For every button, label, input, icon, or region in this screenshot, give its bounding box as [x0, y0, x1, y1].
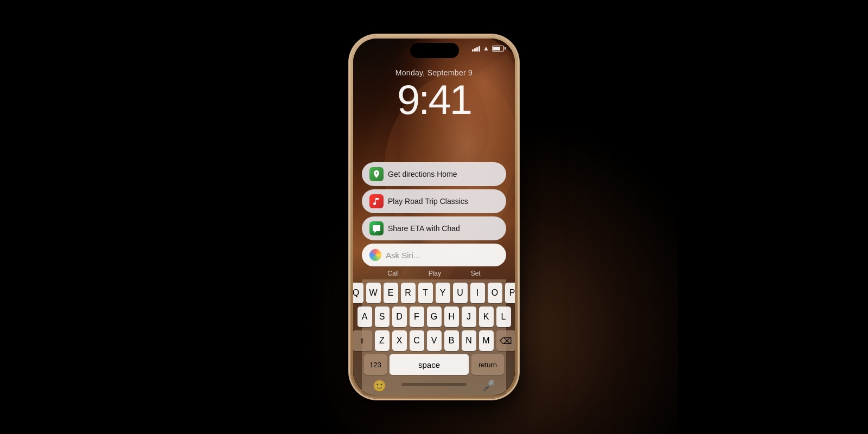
siri-placeholder: Ask Siri... — [386, 251, 499, 260]
status-bar: ▲ — [353, 39, 515, 66]
key-b[interactable]: B — [444, 330, 459, 351]
iphone-frame: ▲ Monday, September 9 9:41 — [350, 35, 518, 399]
suggestion-messages-text: Share ETA with Chad — [388, 224, 460, 233]
key-r[interactable]: R — [401, 283, 416, 303]
shortcut-labels: Call Play Set — [362, 269, 506, 279]
battery-icon — [492, 46, 504, 52]
emoji-mic-row: 🙂 🎤 — [364, 377, 504, 395]
emoji-button[interactable]: 🙂 — [373, 379, 386, 392]
key-y[interactable]: Y — [436, 283, 450, 303]
siri-area: Get directions Home Play Road Trip Class… — [353, 156, 515, 395]
wifi-icon: ▲ — [483, 45, 489, 52]
status-right: ▲ — [472, 45, 504, 52]
keyboard-row-1: Q W E R T Y U I O P — [364, 283, 504, 303]
lock-content: Monday, September 9 9:41 — [353, 68, 515, 120]
siri-input-bar[interactable]: Ask Siri... — [362, 244, 506, 266]
microphone-button[interactable]: 🎤 — [482, 379, 495, 392]
key-v[interactable]: V — [427, 330, 442, 351]
signal-bar-3 — [476, 47, 478, 52]
music-icon — [369, 194, 384, 208]
siri-orb-icon — [369, 249, 381, 261]
key-w[interactable]: W — [366, 283, 381, 303]
key-e[interactable]: E — [384, 283, 398, 303]
suggestion-messages[interactable]: Share ETA with Chad — [362, 216, 506, 240]
key-o[interactable]: O — [488, 283, 502, 303]
key-g[interactable]: G — [427, 307, 442, 327]
key-t[interactable]: T — [418, 283, 433, 303]
space-key[interactable]: space — [390, 354, 469, 375]
dynamic-island — [410, 43, 459, 58]
key-z[interactable]: Z — [375, 330, 390, 351]
key-f[interactable]: F — [410, 307, 424, 327]
lock-date: Monday, September 9 — [353, 68, 515, 77]
signal-bar-4 — [478, 46, 480, 52]
suggestion-directions-text: Get directions Home — [388, 170, 457, 178]
key-p[interactable]: P — [505, 283, 515, 303]
signal-bar-1 — [472, 49, 474, 52]
key-a[interactable]: A — [358, 307, 372, 327]
suggestion-music[interactable]: Play Road Trip Classics — [362, 189, 506, 213]
signal-icon — [472, 45, 480, 52]
keyboard-row-2: A S D F G H J K L — [364, 307, 504, 327]
shortcut-set: Set — [471, 270, 481, 277]
keyboard: Q W E R T Y U I O P A S — [362, 279, 506, 395]
delete-key[interactable]: ⌫ — [496, 330, 515, 351]
screen: ▲ Monday, September 9 9:41 — [353, 39, 515, 395]
key-d[interactable]: D — [392, 307, 407, 327]
shift-key[interactable]: ⇧ — [353, 330, 372, 351]
key-x[interactable]: X — [392, 330, 407, 351]
suggestion-directions[interactable]: Get directions Home — [362, 162, 506, 186]
signal-bar-2 — [474, 48, 476, 52]
key-j[interactable]: J — [462, 307, 476, 327]
key-u[interactable]: U — [453, 283, 468, 303]
maps-icon — [369, 167, 384, 181]
keyboard-row-3: ⇧ Z X C V B N M ⌫ — [364, 330, 504, 351]
key-s[interactable]: S — [375, 307, 390, 327]
key-l[interactable]: L — [496, 307, 511, 327]
key-c[interactable]: C — [410, 330, 424, 351]
key-h[interactable]: H — [444, 307, 459, 327]
scene: ▲ Monday, September 9 9:41 — [0, 0, 868, 434]
shortcut-play: Play — [429, 270, 441, 277]
key-n[interactable]: N — [462, 330, 476, 351]
battery-fill — [493, 47, 501, 50]
keyboard-bottom-row: 123 space return — [364, 354, 504, 375]
key-k[interactable]: K — [479, 307, 494, 327]
lock-time: 9:41 — [353, 79, 515, 120]
key-q[interactable]: Q — [353, 283, 363, 303]
home-indicator — [401, 383, 467, 386]
key-i[interactable]: I — [470, 283, 485, 303]
key-m[interactable]: M — [479, 330, 494, 351]
shortcut-call: Call — [387, 270, 399, 277]
suggestion-music-text: Play Road Trip Classics — [388, 197, 468, 206]
numbers-key[interactable]: 123 — [364, 354, 387, 375]
return-key[interactable]: return — [471, 354, 504, 375]
messages-icon — [369, 221, 384, 235]
